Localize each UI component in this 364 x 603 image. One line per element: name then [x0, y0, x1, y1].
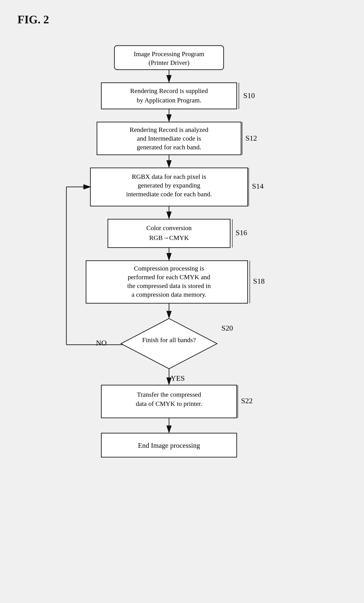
svg-text:Transfer the compressed: Transfer the compressed	[137, 391, 201, 398]
svg-text:S16: S16	[235, 229, 247, 237]
svg-text:S14: S14	[252, 182, 264, 190]
svg-text:NO: NO	[96, 339, 106, 347]
svg-text:S10: S10	[243, 92, 255, 100]
svg-text:Finish for all bands?: Finish for all bands?	[142, 336, 196, 343]
svg-text:(Printer Driver): (Printer Driver)	[149, 59, 189, 66]
svg-text:performed for each CMYK and: performed for each CMYK and	[128, 273, 210, 280]
svg-text:Color conversion: Color conversion	[146, 224, 191, 232]
svg-text:data of CMYK to printer.: data of CMYK to printer.	[136, 400, 202, 407]
svg-text:Rendering Record is analyzed: Rendering Record is analyzed	[129, 126, 208, 133]
svg-text:Rendering Record is supplied: Rendering Record is supplied	[130, 87, 208, 94]
svg-text:a compression data memory.: a compression data memory.	[131, 291, 206, 298]
svg-text:intermediate code for each ban: intermediate code for each band.	[126, 190, 211, 197]
svg-rect-28	[108, 219, 230, 248]
svg-text:and Intermediate code is: and Intermediate code is	[137, 135, 201, 142]
svg-text:S18: S18	[253, 277, 265, 285]
svg-text:S22: S22	[241, 397, 253, 405]
fig-label: FIG. 2	[17, 13, 347, 26]
svg-text:generated for each band.: generated for each band.	[137, 143, 201, 151]
svg-text:YES: YES	[171, 374, 185, 382]
svg-text:End Image processing: End Image processing	[138, 441, 200, 449]
svg-text:generated by expanding: generated by expanding	[138, 182, 200, 189]
svg-text:RGBX data for each pixel is: RGBX data for each pixel is	[132, 173, 206, 180]
svg-text:the compressed data is stored : the compressed data is stored in	[127, 282, 211, 289]
svg-text:Compression processing is: Compression processing is	[134, 265, 204, 272]
svg-marker-42	[121, 319, 217, 369]
svg-text:S20: S20	[222, 324, 233, 332]
svg-text:S12: S12	[246, 134, 257, 142]
page: FIG. 2 Image Processing Program (Printer…	[0, 0, 364, 603]
svg-text:by Application Program.: by Application Program.	[137, 96, 201, 104]
svg-text:Image Processing Program: Image Processing Program	[134, 50, 204, 58]
svg-rect-5	[101, 83, 237, 109]
svg-text:RGB→CMYK: RGB→CMYK	[149, 234, 189, 241]
flowchart-svg: Image Processing Program (Printer Driver…	[29, 39, 335, 603]
